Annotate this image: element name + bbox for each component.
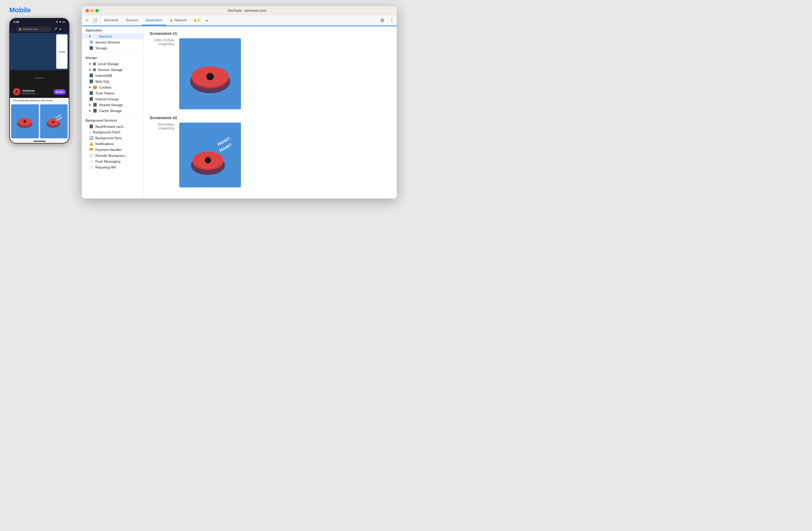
- sidebar-item-cookies[interactable]: ▶ 🍪 Cookies: [82, 84, 143, 90]
- screenshot-1-info: 1080×1920px image/png: [150, 38, 174, 46]
- app-icon-dot: [16, 91, 18, 93]
- sidebar-item-manifest[interactable]: ▶ 📄 Manifest: [82, 33, 143, 39]
- payment-handler-icon: 💳: [89, 148, 93, 152]
- sidebar-section-background: Background Services: [82, 116, 143, 124]
- sidebar-item-bg-fetch[interactable]: ↕ Background Fetch: [82, 129, 143, 135]
- sidebar-item-cache-storage[interactable]: ▶ 🗄️ Cache Storage: [82, 108, 143, 114]
- sidebar-item-indexeddb[interactable]: 🗄️ IndexedDB: [82, 72, 143, 79]
- address-text: airhorner.com: [23, 28, 38, 31]
- tab-elements[interactable]: Elements: [101, 15, 122, 25]
- sidebar-item-storage[interactable]: 🗄️ Storage: [82, 45, 143, 51]
- phone-home-indicator: [10, 140, 69, 143]
- minimize-button[interactable]: [90, 9, 94, 12]
- install-banner-button[interactable]: Install: [54, 89, 66, 95]
- sidebar-label-service-workers: Service Workers: [95, 40, 120, 44]
- screenshot-1-svg: [184, 41, 236, 106]
- screenshot-2-type: image/png: [150, 126, 174, 130]
- sidebar-item-session-storage[interactable]: ▶ ▦ Session Storage: [82, 67, 143, 72]
- sidebar-item-bg-sync[interactable]: 🔄 Background Sync: [82, 135, 143, 141]
- sidebar-item-periodic-bg[interactable]: 🕐 Periodic Backgroun...: [82, 153, 143, 158]
- svg-point-15: [206, 73, 214, 80]
- sidebar-label-push-messaging: Push Messaging: [95, 159, 120, 163]
- cursor-icon[interactable]: ⊹: [84, 17, 90, 24]
- phone-address-bar: ⌂ 🔒 airhorner.com 🎤 ⊞ ⋮: [10, 25, 69, 33]
- screenshot-1-dimensions: 1080×1920px: [150, 38, 174, 42]
- sidebar-item-web-sql[interactable]: 🗄️ Web SQL: [82, 79, 143, 84]
- maximize-button[interactable]: [95, 9, 99, 12]
- devtools-window-title: DevTools - airhorner.com/: [101, 9, 393, 12]
- more-tabs-button[interactable]: »: [203, 15, 211, 25]
- indexeddb-icon: 🗄️: [89, 73, 93, 78]
- notifications-icon: 🔔: [89, 142, 93, 146]
- svg-point-8: [53, 121, 54, 123]
- address-bar-inner[interactable]: 🔒 airhorner.com: [16, 27, 52, 32]
- devtools-titlebar: DevTools - airhorner.com/: [82, 6, 397, 15]
- screenshot-2-info: 360×640px image/png: [150, 123, 174, 130]
- more-options-button[interactable]: ⋮: [387, 15, 397, 25]
- sidebar-label-bg-fetch: Background Fetch: [93, 130, 120, 134]
- device-icon[interactable]: ⬜: [92, 17, 98, 24]
- mobile-section: Mobile 2:24 ✦ ▾ ▭ ⌂ 🔒 airhorner.com 🎤 ⊞ …: [9, 6, 69, 143]
- svg-point-4: [24, 120, 26, 123]
- tab-sources[interactable]: Sources: [122, 15, 142, 25]
- local-storage-chevron: ▶: [89, 62, 91, 65]
- manifest-chevron: ▶: [89, 35, 91, 38]
- sidebar-item-local-storage[interactable]: ▶ ▦ Local Storage: [82, 61, 143, 67]
- sidebar-item-service-workers[interactable]: ⚙️ Service Workers: [82, 39, 143, 45]
- phone-install-banner: Airhorner airhorner.com Install: [10, 85, 69, 98]
- sidebar-item-trust-tokens[interactable]: 🗄️ Trust Tokens: [82, 90, 143, 96]
- screenshot-section-1: Screenshot #1 1080×1920px image/png: [150, 31, 391, 109]
- settings-button[interactable]: ⚙: [378, 15, 387, 25]
- tab-application[interactable]: Application: [142, 15, 166, 25]
- session-storage-chevron: ▶: [89, 68, 91, 71]
- home-bar: [33, 141, 46, 142]
- phone-dark-divider: [10, 70, 69, 85]
- sidebar-label-cookies: Cookies: [99, 85, 111, 89]
- lock-icon: 🔒: [18, 28, 21, 31]
- cache-storage-icon: 🗄️: [93, 109, 97, 113]
- airhorner-graphic-2: Honk!! Honk!!: [44, 110, 63, 134]
- sidebar-item-shared-storage[interactable]: ▶ 🗄️ Shared Storage: [82, 102, 143, 108]
- sidebar-section-application: Application: [82, 26, 143, 33]
- push-messaging-icon: ☁️: [89, 159, 93, 163]
- phone-time: 2:24: [14, 20, 19, 24]
- sidebar-item-push-messaging[interactable]: ☁️ Push Messaging: [82, 158, 143, 164]
- manifest-file-icon: 📄: [93, 34, 97, 38]
- battery-icon: ▭: [62, 20, 65, 24]
- sidebar-item-reporting-api[interactable]: 📄 Reporting API: [82, 164, 143, 170]
- screenshot-1-type: image/png: [150, 42, 174, 46]
- screenshot-1-image: [179, 38, 241, 109]
- sidebar-item-payment-handler[interactable]: 💳 Payment Handler: [82, 146, 143, 153]
- phone-screenshot-1: [11, 104, 39, 138]
- sidebar-item-notifications[interactable]: 🔔 Notifications: [82, 141, 143, 146]
- screenshot-2-container: 360×640px image/png Honk!! Honk!!: [150, 123, 391, 187]
- service-workers-icon: ⚙️: [89, 40, 93, 44]
- sidebar-label-periodic-bg: Periodic Backgroun...: [95, 154, 128, 157]
- sidebar-item-interest-groups[interactable]: 🗄️ Interest Groups: [82, 96, 143, 102]
- sidebar-label-notifications: Notifications: [95, 142, 114, 146]
- devtools-content-panel: Screenshot #1 1080×1920px image/png: [143, 26, 397, 198]
- bluetooth-icon: ✦: [56, 20, 58, 24]
- reporting-api-icon: 📄: [89, 165, 93, 169]
- local-storage-icon: ▦: [93, 62, 96, 66]
- phone-screenshot-2: Honk!! Honk!!: [40, 104, 68, 138]
- screenshot-2-image: Honk!! Honk!!: [179, 123, 241, 187]
- phone-screenshots: Honk!! Honk!!: [10, 103, 69, 140]
- session-storage-icon: ▦: [93, 68, 96, 72]
- tab-network[interactable]: ▲ Network: [166, 15, 190, 25]
- sidebar-label-back-forward: Back/forward cach...: [95, 125, 126, 128]
- phone-frame: 2:24 ✦ ▾ ▭ ⌂ 🔒 airhorner.com 🎤 ⊞ ⋮ Insta…: [9, 18, 69, 143]
- sidebar-label-storage: Storage: [95, 46, 107, 50]
- sidebar-label-indexeddb: IndexedDB: [95, 74, 112, 78]
- screenshot-2-label: Screenshot #2: [150, 115, 391, 120]
- sidebar-item-back-forward[interactable]: 🗄️ Back/forward cach...: [82, 124, 143, 129]
- sidebar-label-manifest: Manifest: [99, 34, 112, 38]
- sidebar-label-trust-tokens: Trust Tokens: [95, 92, 114, 95]
- sidebar-label-web-sql: Web SQL: [95, 80, 110, 83]
- phone-install-button-top[interactable]: Install: [56, 34, 68, 69]
- screenshot-section-2: Screenshot #2 360×640px image/png: [150, 115, 391, 187]
- sidebar-label-session-storage: Session Storage: [98, 68, 123, 72]
- close-button[interactable]: [85, 9, 89, 12]
- airhorner-graphic-1: [15, 110, 34, 134]
- banner-app-url: airhorner.com: [22, 92, 52, 95]
